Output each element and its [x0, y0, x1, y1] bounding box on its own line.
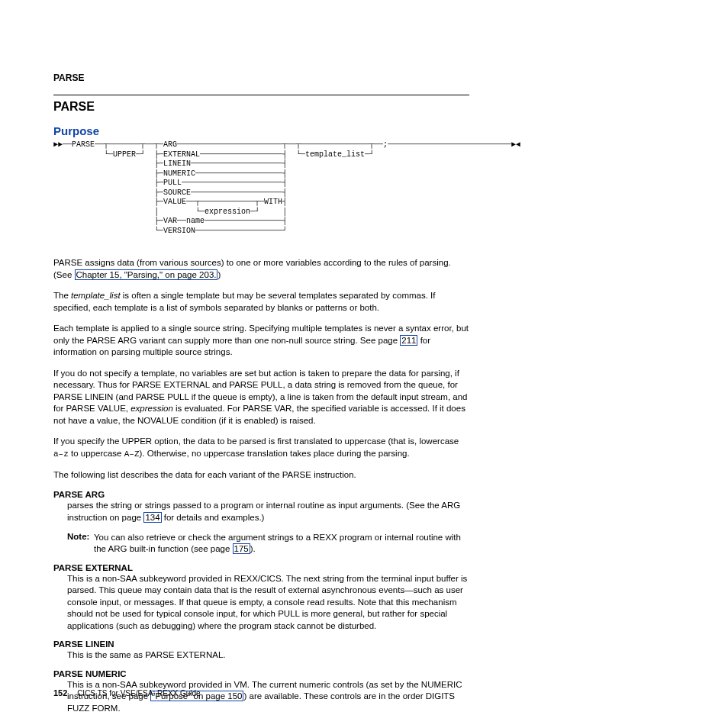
- text: to uppercase: [69, 449, 124, 458]
- text: The: [53, 291, 71, 300]
- xref-link[interactable]: 134: [143, 512, 161, 523]
- page-footer: 152 CICS TS for VSE/ESA: REXX Guide: [53, 688, 201, 697]
- text: for details and examples.): [162, 513, 265, 522]
- note-body: You can also retrieve or check the argum…: [94, 532, 469, 556]
- xref-link[interactable]: 211: [400, 335, 417, 346]
- def-term: PARSE EXTERNAL: [53, 563, 598, 572]
- subsection-title: Purpose: [53, 124, 598, 137]
- note-label: Note:: [67, 532, 89, 541]
- paragraph: Each template is applied to a single sou…: [53, 323, 469, 359]
- mono-text: A–Z: [124, 449, 140, 459]
- def-term: PARSE LINEIN: [53, 639, 598, 649]
- paragraph: PARSE assigns data (from various sources…: [53, 257, 469, 281]
- def-term: PARSE ARG: [53, 490, 598, 499]
- note: Note: You can also retrieve or check the…: [67, 531, 469, 556]
- footer-text: CICS TS for VSE/ESA: REXX Guide: [77, 689, 201, 697]
- paragraph: The template_list is often a single temp…: [53, 290, 469, 314]
- page: PARSE PARSE Purpose ►►──PARSE──┬───────┬…: [0, 0, 728, 728]
- paragraph: If you do not specify a template, no var…: [53, 368, 469, 427]
- paragraph: The following list describes the data fo…: [53, 469, 469, 482]
- text: ).: [250, 544, 256, 553]
- rule-top: [53, 95, 469, 95]
- text: ). Otherwise, no uppercase translation t…: [140, 449, 410, 458]
- text: ): [217, 270, 221, 279]
- text: If you specify the UPPER option, the dat…: [53, 436, 459, 446]
- def-desc: This is the same as PARSE EXTERNAL.: [67, 649, 469, 662]
- xref-link[interactable]: Chapter 15, "Parsing," on page 203.: [75, 269, 218, 280]
- def-term: PARSE NUMERIC: [53, 669, 598, 678]
- text: You can also retrieve or check the argum…: [94, 533, 461, 554]
- paragraph: If you specify the UPPER option, the dat…: [53, 436, 469, 459]
- def-desc: This is a non-SAA subkeyword provided in…: [67, 573, 469, 633]
- def-desc: parses the string or strings passed to a…: [67, 500, 469, 523]
- mono-text: a–z: [53, 449, 69, 459]
- syntax-diagram: ►►──PARSE──┬───────┬──┬─ARG─────────────…: [53, 140, 598, 236]
- term-italic: template_list: [71, 291, 121, 300]
- running-header: PARSE: [53, 72, 598, 83]
- section-title: PARSE: [53, 100, 598, 114]
- term-italic: expression: [130, 404, 173, 413]
- page-number: 152: [53, 688, 67, 697]
- xref-link[interactable]: 175: [233, 543, 250, 554]
